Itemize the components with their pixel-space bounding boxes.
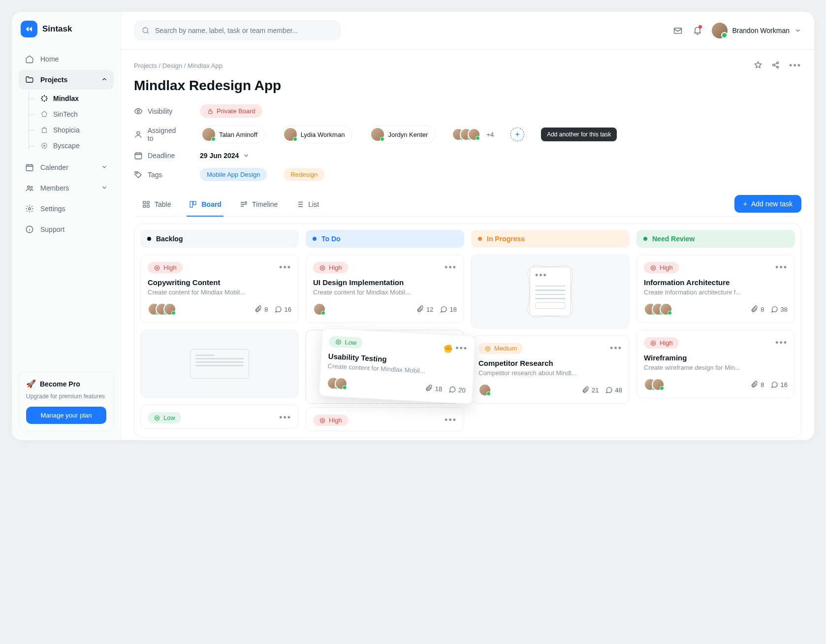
add-assignee-button[interactable]: +	[510, 128, 524, 141]
add-task-button[interactable]: +Add new task	[734, 195, 801, 213]
tab-board[interactable]: Board	[187, 193, 223, 217]
assignee-overflow-stack[interactable]	[452, 128, 480, 141]
chat-icon	[448, 385, 456, 393]
column-header[interactable]: To Do	[306, 230, 464, 248]
search-box[interactable]	[134, 21, 341, 40]
assignee-chip[interactable]: Talan Aminoff	[200, 126, 265, 143]
sidebar-item-mindlax[interactable]: Mindlax	[30, 91, 114, 106]
user-menu[interactable]: Brandon Workman	[712, 23, 801, 38]
svg-rect-23	[135, 153, 142, 159]
tag-chip[interactable]: Redesign	[284, 168, 324, 181]
assignee-overflow-count: +4	[486, 131, 494, 138]
task-card[interactable]: Low•••	[140, 405, 299, 429]
svg-point-20	[137, 110, 140, 112]
column-backlog: Backlog High••• Copywriting Content Crea…	[140, 230, 299, 431]
home-icon	[25, 54, 34, 64]
placeholder-card[interactable]	[140, 330, 299, 398]
sidebar-item-byscape[interactable]: Byscape	[30, 138, 114, 154]
nav-members[interactable]: Members	[19, 178, 114, 198]
inbox-button[interactable]	[672, 25, 683, 36]
sidebar-item-sintech[interactable]: SinTech	[30, 106, 114, 122]
card-assignees[interactable]	[644, 378, 665, 391]
card-assignees[interactable]	[478, 384, 491, 396]
nav-projects[interactable]: Projects	[19, 70, 114, 90]
card-assignees[interactable]	[644, 303, 672, 316]
tags-row: Tags Mobile App Design Redesign	[134, 168, 801, 181]
grab-icon: ✊	[443, 344, 453, 354]
svg-point-4	[44, 101, 44, 101]
svg-point-24	[136, 172, 137, 173]
svg-point-9	[44, 145, 45, 147]
card-assignees[interactable]	[313, 303, 326, 316]
task-card[interactable]: High••• Information Architecture Create …	[636, 255, 795, 323]
manage-plan-button[interactable]: Manage your plan	[26, 407, 106, 424]
add-assignee-tooltip: Add another for this task	[541, 128, 617, 141]
pro-subtitle: Upgrade for premium features	[26, 392, 106, 401]
calendar-icon	[134, 151, 143, 160]
assignee-chip[interactable]: Lydia Workman	[282, 126, 352, 143]
task-card[interactable]: High••• Wireframing Create wireframe des…	[636, 330, 795, 398]
card-more-icon[interactable]: •••	[455, 343, 468, 354]
svg-point-0	[44, 96, 44, 96]
svg-point-41	[321, 419, 323, 421]
card-more-icon[interactable]: •••	[775, 338, 788, 348]
nav-support[interactable]: Support	[19, 220, 114, 239]
task-card[interactable]: Medium••• Competitor Research Competitor…	[471, 335, 630, 404]
circle-dot-icon	[40, 142, 48, 150]
task-card-dragging[interactable]: ✊ Low••• Usability Testing Create conten…	[319, 328, 476, 404]
placeholder-card[interactable]: •••	[471, 255, 630, 328]
deadline-value[interactable]: 29 Jun 2024	[200, 152, 250, 160]
paperclip-icon	[581, 386, 589, 394]
target-icon	[650, 340, 657, 347]
task-card[interactable]: High••• UI Design Implementation Create …	[306, 255, 464, 323]
svg-point-15	[143, 28, 148, 33]
nav-settings[interactable]: Settings	[19, 199, 114, 219]
task-card[interactable]: High••• Copywriting Content Create conte…	[140, 255, 299, 323]
visibility-badge[interactable]: Private Board	[200, 104, 262, 118]
sidebar-item-shopicia[interactable]: Shopicia	[30, 122, 114, 138]
column-header[interactable]: Backlog	[140, 230, 299, 248]
nav-calendar[interactable]: Calender	[19, 158, 114, 177]
tag-chip[interactable]: Mobile App Design	[200, 168, 267, 181]
logo-mark	[21, 21, 37, 37]
notifications-button[interactable]	[692, 25, 703, 36]
search-input[interactable]	[155, 27, 333, 34]
card-more-icon[interactable]: •••	[279, 262, 291, 273]
visibility-row: Visibility Private Board	[134, 104, 801, 118]
card-more-icon[interactable]: •••	[610, 343, 622, 354]
card-assignees[interactable]	[326, 377, 348, 390]
deadline-row: Deadline 29 Jun 2024	[134, 151, 801, 160]
chat-icon	[605, 386, 613, 394]
column-header[interactable]: In Progress	[471, 230, 630, 248]
more-icon[interactable]: •••	[789, 61, 801, 71]
svg-rect-29	[190, 201, 192, 207]
card-more-icon[interactable]: •••	[279, 413, 291, 423]
breadcrumb-row: Projects / Design / Mindlax App •••	[134, 61, 801, 71]
task-card[interactable]: High•••	[306, 407, 464, 431]
target-icon	[319, 417, 326, 424]
card-more-icon[interactable]: •••	[775, 262, 788, 273]
tab-list[interactable]: List	[293, 193, 321, 217]
tab-table[interactable]: Table	[140, 193, 173, 217]
paperclip-icon	[416, 305, 424, 313]
priority-badge: High	[313, 262, 348, 273]
svg-rect-30	[193, 201, 196, 205]
assignee-chip[interactable]: Jordyn Kenter	[369, 126, 435, 143]
nav-home[interactable]: Home	[19, 49, 114, 69]
card-title: Information Architecture	[644, 278, 788, 287]
card-assignees[interactable]	[148, 303, 176, 316]
assigned-row: Assigned to Talan Aminoff Lydia Workman …	[134, 126, 801, 143]
card-more-icon[interactable]: •••	[445, 415, 457, 425]
share-icon[interactable]	[771, 61, 780, 69]
logo[interactable]: Sintask	[19, 21, 114, 37]
card-more-icon[interactable]: •••	[445, 262, 457, 273]
priority-badge: High	[644, 262, 679, 273]
column-header[interactable]: Need Review	[636, 230, 795, 248]
star-icon[interactable]	[754, 61, 762, 69]
breadcrumb[interactable]: Projects / Design / Mindlax App	[134, 62, 222, 69]
list-icon	[295, 200, 304, 209]
tab-timeline[interactable]: Timeline	[237, 193, 280, 217]
topbar: Brandon Workman	[121, 12, 814, 50]
primary-nav: Home Projects Mindlax SinTech Shopicia	[19, 49, 114, 239]
projects-subnav: Mindlax SinTech Shopicia Byscape	[19, 91, 114, 154]
